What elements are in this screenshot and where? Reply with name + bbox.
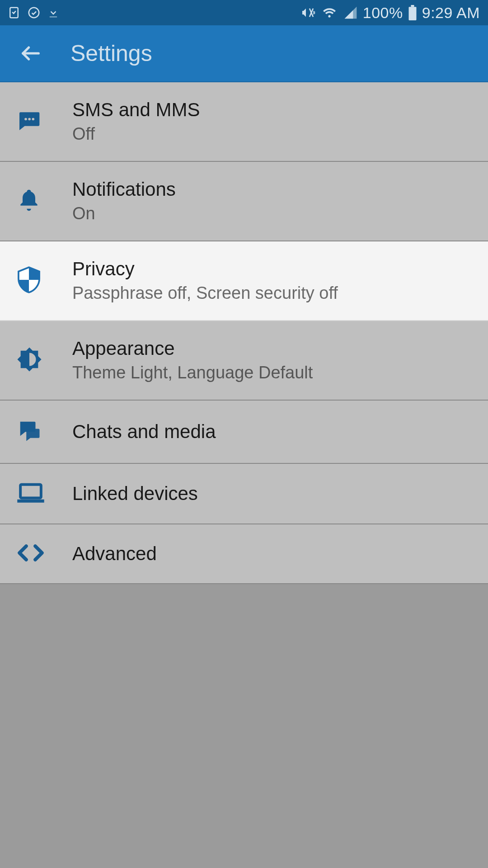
shield-icon <box>16 266 42 295</box>
svg-point-5 <box>24 118 27 121</box>
cell-signal-icon <box>343 5 358 20</box>
settings-item-linked-devices[interactable]: Linked devices <box>0 464 488 524</box>
svg-point-6 <box>28 118 31 121</box>
settings-item-chats-media[interactable]: Chats and media <box>0 401 488 464</box>
settings-item-sub: Theme Light, Language Default <box>72 363 470 383</box>
settings-item-label: Privacy <box>72 258 470 280</box>
settings-item-advanced[interactable]: Advanced <box>0 524 488 584</box>
svg-point-7 <box>32 118 35 121</box>
svg-rect-4 <box>411 5 414 7</box>
svg-point-1 <box>29 8 39 18</box>
settings-item-sub: Off <box>72 124 470 145</box>
chats-icon <box>16 419 42 445</box>
status-bar: 100% 9:29 AM <box>0 0 488 25</box>
brightness-icon <box>16 346 42 374</box>
battery-percentage: 100% <box>363 4 403 22</box>
download-arrow-icon <box>47 6 60 19</box>
settings-item-label: Chats and media <box>72 420 470 443</box>
status-right: 100% 9:29 AM <box>300 4 480 22</box>
settings-item-sms-mms[interactable]: SMS and MMS Off <box>0 82 488 162</box>
settings-item-label: Linked devices <box>72 482 470 505</box>
arrow-left-icon <box>19 42 42 65</box>
settings-item-privacy[interactable]: Privacy Passphrase off, Screen security … <box>0 241 488 321</box>
battery-icon <box>408 5 418 20</box>
download-done-icon <box>7 6 21 19</box>
back-button[interactable] <box>18 41 43 66</box>
check-circle-icon <box>27 6 41 19</box>
status-left <box>7 6 60 19</box>
settings-item-appearance[interactable]: Appearance Theme Light, Language Default <box>0 321 488 401</box>
laptop-icon <box>16 482 45 505</box>
svg-rect-2 <box>50 16 57 17</box>
settings-list: SMS and MMS Off Notifications On <box>0 82 488 584</box>
code-icon <box>16 544 45 564</box>
settings-item-sub: On <box>72 203 470 224</box>
settings-item-notifications[interactable]: Notifications On <box>0 162 488 241</box>
settings-item-label: Advanced <box>72 542 470 565</box>
wifi-icon <box>320 5 338 20</box>
clock-time: 9:29 AM <box>422 4 480 22</box>
bell-icon <box>16 188 42 215</box>
svg-rect-3 <box>408 7 416 20</box>
page-title: Settings <box>70 40 152 66</box>
app-bar: Settings <box>0 25 488 82</box>
svg-rect-8 <box>20 485 41 498</box>
settings-item-label: Appearance <box>72 337 470 360</box>
settings-item-label: SMS and MMS <box>72 99 470 121</box>
message-icon <box>16 108 42 135</box>
settings-item-sub: Passphrase off, Screen security off <box>72 283 470 304</box>
settings-item-label: Notifications <box>72 178 470 201</box>
vibrate-mute-icon <box>300 5 316 20</box>
